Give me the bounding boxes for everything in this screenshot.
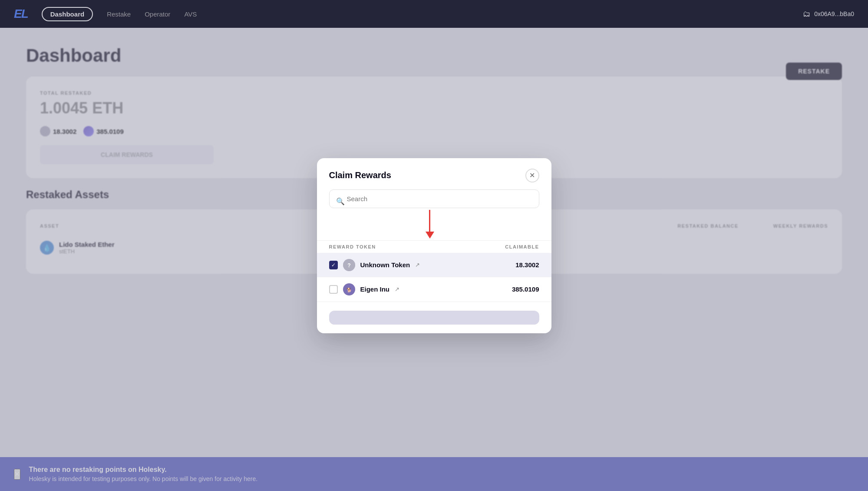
modal-footer	[317, 302, 551, 333]
svg-text:🐕: 🐕	[347, 287, 352, 293]
claimable-col-label: CLAIMABLE	[505, 244, 539, 249]
reward-token-col-label: REWARD TOKEN	[329, 244, 376, 249]
unknown-token-name: Unknown Token	[360, 261, 410, 269]
modal-header: Claim Rewards ✕	[317, 158, 551, 189]
unknown-token-icon: ?	[343, 259, 355, 271]
modal-search-wrap: 🔍	[317, 189, 551, 213]
checkbox-unknown[interactable]	[329, 261, 338, 269]
token-row-left-unknown: ? Unknown Token ↗	[329, 259, 420, 271]
eigen-token-icon: 🐕	[343, 283, 355, 295]
token-row-unknown[interactable]: ? Unknown Token ↗ 18.3002	[317, 253, 551, 277]
modal-title: Claim Rewards	[329, 170, 391, 180]
annotation-arrow	[426, 210, 434, 239]
modal-table-header: REWARD TOKEN CLAIMABLE	[317, 240, 551, 253]
unknown-token-amount: 18.3002	[515, 261, 539, 269]
svg-text:?: ?	[347, 262, 350, 269]
eigen-token-amount: 385.0109	[512, 285, 539, 293]
modal-overlay: Claim Rewards ✕ 🔍 REWARD TOKEN CLAIMABLE	[0, 0, 868, 491]
token-row-left-eigen: 🐕 Eigen Inu ↗	[329, 283, 400, 295]
modal-token-list: ? Unknown Token ↗ 18.3002 🐕 Eigen Inu ↗	[317, 253, 551, 302]
modal-claim-button[interactable]	[329, 311, 539, 325]
search-input[interactable]	[329, 189, 539, 208]
checkbox-eigen[interactable]	[329, 285, 338, 294]
claim-rewards-modal: Claim Rewards ✕ 🔍 REWARD TOKEN CLAIMABLE	[317, 158, 551, 333]
modal-close-button[interactable]: ✕	[525, 169, 539, 182]
token-row-eigen[interactable]: 🐕 Eigen Inu ↗ 385.0109	[317, 277, 551, 302]
search-icon: 🔍	[336, 197, 345, 206]
unknown-token-link[interactable]: ↗	[415, 262, 420, 268]
eigen-token-name: Eigen Inu	[360, 285, 390, 293]
eigen-token-link[interactable]: ↗	[395, 286, 399, 292]
